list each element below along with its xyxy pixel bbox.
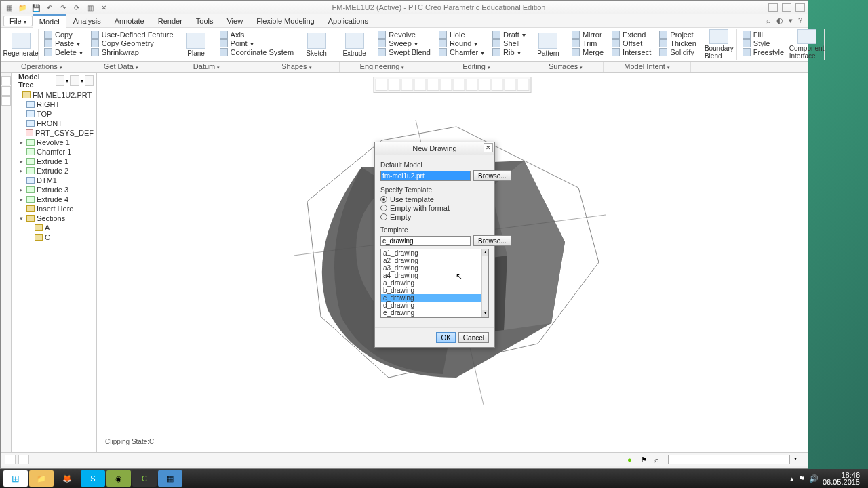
sb-msg-icon[interactable]	[5, 455, 16, 464]
scroll-down-icon[interactable]: ▾	[482, 310, 488, 317]
ribbon-merge[interactable]: Merge	[572, 48, 604, 56]
sb-find-icon[interactable]: ⌕	[654, 455, 664, 464]
group-engineering[interactable]: Engineering	[340, 62, 426, 72]
tree-item[interactable]: A	[14, 223, 94, 232]
ribbon-udf[interactable]: User-Defined Feature	[91, 30, 174, 39]
sb-selection-filter[interactable]	[668, 455, 790, 464]
qat-regen-icon[interactable]: ⟳	[71, 2, 82, 13]
qat-windows-icon[interactable]: ▥	[85, 2, 96, 13]
ribbon-draft[interactable]: Draft ▾	[492, 30, 526, 39]
ribbon-regenerate[interactable]: Regenerate	[3, 29, 39, 60]
ribbon-round[interactable]: Round ▾	[439, 39, 484, 47]
menu-analysis[interactable]: Analysis	[66, 15, 108, 27]
taskbar-camtasia[interactable]: C	[132, 470, 157, 487]
template-list-item[interactable]: a2_drawing	[381, 257, 488, 264]
tree-item[interactable]: ▸Revolve 1	[14, 138, 94, 147]
taskbar-creo[interactable]: ▦	[158, 470, 182, 487]
ribbon-solidify[interactable]: Solidify	[659, 48, 696, 56]
tree-item[interactable]: ▾Sections	[14, 214, 94, 223]
ribbon-intersect[interactable]: Intersect	[612, 48, 651, 56]
dialog-close-button[interactable]: ✕	[484, 143, 493, 152]
cancel-button[interactable]: Cancel	[458, 332, 489, 343]
ribbon-shrinkwrap[interactable]: Shrinkwrap	[91, 48, 174, 56]
qat-redo-icon[interactable]: ↷	[58, 2, 68, 13]
learning-icon[interactable]: ▾	[789, 16, 793, 25]
radio-use-template[interactable]: Use template	[380, 195, 489, 203]
ribbon-sketch[interactable]: Sketch	[299, 29, 334, 60]
template-list-scrollbar[interactable]: ▴ ▾	[481, 249, 488, 317]
template-list-item[interactable]: a1_drawing	[381, 249, 488, 257]
browse-template-button[interactable]: Browse...	[473, 235, 511, 246]
menu-file[interactable]: File	[3, 16, 33, 26]
taskbar-app1[interactable]: ◉	[106, 470, 131, 487]
view-display-icon[interactable]	[453, 79, 465, 91]
ribbon-revolve[interactable]: Revolve	[378, 30, 431, 39]
tree-item[interactable]: ▸Extrude 1	[14, 157, 94, 166]
ribbon-rib[interactable]: Rib ▾	[492, 48, 526, 56]
ribbon-project[interactable]: Project	[659, 30, 696, 39]
template-list-item[interactable]: a_drawing	[381, 279, 488, 287]
tool-1[interactable]	[1, 76, 11, 85]
view-planes-icon[interactable]	[492, 79, 504, 91]
view-zoomin-icon[interactable]	[389, 79, 401, 91]
tree-item[interactable]: PRT_CSYS_DEF	[14, 128, 94, 138]
tool-3[interactable]	[1, 96, 11, 106]
tree-item[interactable]: ▸Extrude 4	[14, 195, 94, 204]
ribbon-freestyle[interactable]: Freestyle	[743, 48, 784, 56]
template-list-item[interactable]: b_drawing	[381, 287, 488, 294]
ribbon-offset[interactable]: Offset	[612, 39, 651, 47]
view-named-icon[interactable]	[440, 79, 452, 91]
menu-annotate[interactable]: Annotate	[108, 15, 151, 27]
taskbar-explorer[interactable]: 📁	[29, 470, 54, 487]
tree-item[interactable]: C	[14, 232, 94, 242]
tree-item[interactable]: RIGHT	[14, 100, 94, 109]
group-surfaces[interactable]: Surfaces	[528, 62, 604, 72]
ribbon-trim[interactable]: Trim	[572, 39, 604, 47]
ribbon-sweep[interactable]: Sweep ▾	[378, 39, 431, 47]
group-editing[interactable]: Editing	[425, 62, 528, 72]
qat-close-icon[interactable]: ✕	[98, 2, 109, 13]
ribbon-axis[interactable]: Axis	[220, 30, 294, 39]
template-list-item[interactable]: a3_drawing	[381, 264, 488, 272]
tree-item[interactable]: ▸Extrude 3	[14, 185, 94, 195]
tree-item[interactable]: ▸Extrude 2	[14, 166, 94, 176]
ribbon-hole[interactable]: Hole	[439, 30, 484, 39]
maximize-button[interactable]	[782, 3, 791, 12]
view-repaint-icon[interactable]	[414, 79, 427, 91]
default-model-input[interactable]	[380, 171, 471, 181]
ribbon-csys[interactable]: Coordinate System	[220, 48, 294, 56]
template-list-item[interactable]: d_drawing	[381, 302, 488, 309]
menu-view[interactable]: View	[220, 15, 250, 27]
view-axes-icon[interactable]	[505, 79, 517, 91]
ribbon-pattern[interactable]: Pattern	[531, 29, 566, 60]
taskbar-firefox[interactable]: 🦊	[55, 470, 79, 487]
template-list-item[interactable]: f_drawing	[381, 317, 488, 318]
tree-item[interactable]: Chamfer 1	[14, 147, 94, 157]
group-datum[interactable]: Datum	[159, 62, 254, 72]
group-getdata[interactable]: Get Data	[83, 62, 159, 72]
menu-tools[interactable]: Tools	[189, 15, 220, 27]
qat-open-icon[interactable]: 📁	[17, 2, 28, 13]
ribbon-mirror[interactable]: Mirror	[572, 30, 604, 39]
group-modelintent[interactable]: Model Intent	[604, 62, 691, 72]
view-annot-icon[interactable]	[479, 79, 491, 91]
ribbon-thicken[interactable]: Thicken	[659, 39, 696, 47]
qat-new-icon[interactable]: ▦	[3, 2, 14, 13]
tray-volume-icon[interactable]: 🔊	[809, 474, 818, 483]
ribbon-copy[interactable]: Copy	[44, 30, 83, 39]
menu-flexible[interactable]: Flexible Modeling	[250, 15, 321, 27]
ok-button[interactable]: OK	[436, 332, 455, 343]
tree-root[interactable]: FM-MEL1U2.PRT	[14, 90, 94, 100]
template-list-item[interactable]: c_drawing	[381, 294, 488, 302]
tree-item[interactable]: FRONT	[14, 119, 94, 128]
sb-flag-icon[interactable]: ⚑	[641, 455, 650, 464]
template-list-item[interactable]: a4_drawing	[381, 272, 488, 279]
minimize-button[interactable]	[768, 3, 778, 12]
ribbon-fill[interactable]: Fill	[743, 30, 784, 39]
tree-settings-icon[interactable]	[85, 75, 94, 86]
radio-empty[interactable]: Empty	[380, 213, 489, 221]
ribbon-copygeom[interactable]: Copy Geometry	[91, 39, 174, 47]
ribbon-extrude[interactable]: Extrude	[337, 29, 372, 60]
qat-undo-icon[interactable]: ↶	[44, 2, 55, 13]
search-help-icon[interactable]: ⌕	[766, 16, 771, 25]
